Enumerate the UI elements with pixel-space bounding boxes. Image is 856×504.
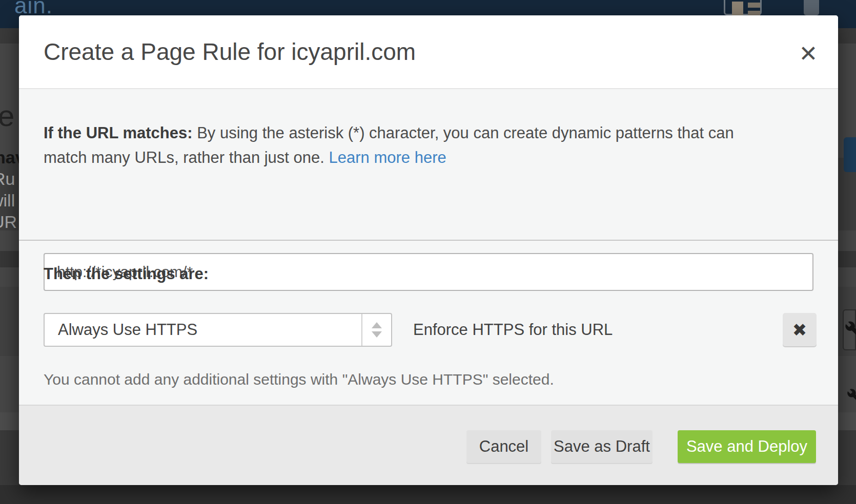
settings-note: You cannot add any additional settings w… xyxy=(44,371,554,388)
save-and-deploy-button[interactable]: Save and Deploy xyxy=(678,430,816,463)
setting-select[interactable]: Always Use HTTPS xyxy=(44,313,392,347)
setting-description: Enforce HTTPS for this URL xyxy=(413,313,613,347)
url-match-description: If the URL matches: By using the asteris… xyxy=(44,121,756,170)
backdrop-bottom-band xyxy=(0,485,856,504)
backdrop-text-fragment: Ru xyxy=(0,169,15,189)
save-as-draft-button[interactable]: Save as Draft xyxy=(551,430,653,463)
backdrop-text-fragment: e xyxy=(0,98,14,133)
backdrop-text-fragment: UR xyxy=(0,212,17,232)
cancel-button[interactable]: Cancel xyxy=(466,430,541,463)
modal-titlebar: Create a Page Rule for icyapril.com ✕ xyxy=(19,15,838,89)
modal-title: Create a Page Rule for icyapril.com xyxy=(44,15,416,88)
wrench-icon xyxy=(845,321,856,338)
settings-section: Then the settings are: Always Use HTTPS … xyxy=(19,241,838,405)
close-icon[interactable]: ✕ xyxy=(794,39,823,68)
wrench-icon xyxy=(847,388,856,404)
columns-layout-icon xyxy=(724,0,762,15)
url-match-label: If the URL matches: xyxy=(44,124,193,142)
modal-footer: Cancel Save as Draft Save and Deploy xyxy=(19,405,838,485)
create-page-rule-modal: Create a Page Rule for icyapril.com ✕ If… xyxy=(19,15,838,485)
chevron-up-icon xyxy=(372,322,382,328)
select-stepper-icon[interactable] xyxy=(361,314,391,346)
remove-x-icon: ✖ xyxy=(792,320,807,340)
chevron-down-icon xyxy=(372,331,382,338)
learn-more-link[interactable]: Learn more here xyxy=(329,149,446,166)
backdrop-text-fragment: will xyxy=(0,191,15,211)
settings-heading: Then the settings are: xyxy=(44,265,209,283)
remove-setting-button[interactable]: ✖ xyxy=(783,313,817,346)
backdrop-blue-button-sliver xyxy=(844,137,856,172)
setting-select-value: Always Use HTTPS xyxy=(58,314,197,346)
header-nav-icon xyxy=(804,0,819,15)
url-match-section: If the URL matches: By using the asteris… xyxy=(19,90,838,240)
